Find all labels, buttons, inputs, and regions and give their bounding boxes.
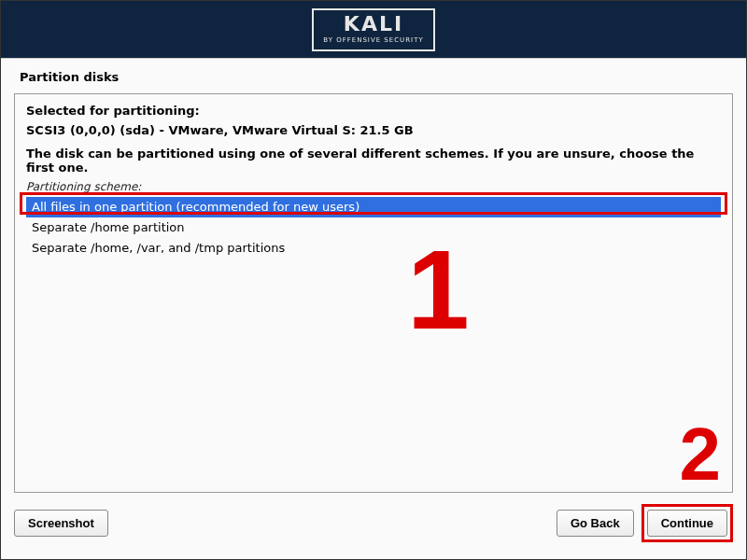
- annotation-number-2: 2: [680, 412, 722, 497]
- partition-option-separate-home-var-tmp[interactable]: Separate /home, /var, and /tmp partition…: [26, 238, 721, 259]
- partition-panel: Selected for partitioning: SCSI3 (0,0,0)…: [14, 93, 733, 493]
- partition-option-separate-home[interactable]: Separate /home partition: [26, 217, 721, 238]
- screenshot-button[interactable]: Screenshot: [14, 510, 108, 537]
- partition-description: The disk can be partitioned using one of…: [26, 147, 721, 175]
- logo-subtitle: BY OFFENSIVE SECURITY: [323, 36, 423, 44]
- partition-scheme-list: All files in one partition (recommended …: [26, 197, 721, 259]
- go-back-button[interactable]: Go Back: [557, 510, 634, 537]
- continue-button[interactable]: Continue: [647, 510, 727, 537]
- partition-option-all-in-one[interactable]: All files in one partition (recommended …: [26, 197, 721, 217]
- page-title: Partition disks: [1, 59, 746, 93]
- footer-bar: Screenshot Go Back Continue: [1, 493, 746, 553]
- partitioning-scheme-label: Partitioning scheme:: [26, 180, 721, 193]
- selected-for-partitioning-label: Selected for partitioning:: [26, 104, 721, 118]
- kali-logo: KALI BY OFFENSIVE SECURITY: [312, 8, 434, 51]
- disk-info: SCSI3 (0,0,0) (sda) - VMware, VMware Vir…: [26, 123, 721, 137]
- logo-title: KALI: [323, 14, 423, 35]
- footer-right-group: Go Back Continue: [557, 504, 733, 542]
- annotation-highlight-continue: Continue: [641, 504, 733, 542]
- installer-header: KALI BY OFFENSIVE SECURITY: [1, 1, 746, 59]
